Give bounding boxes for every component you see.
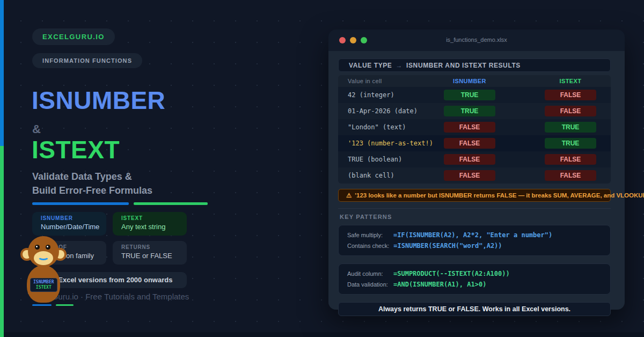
formula-row: Data validation: =AND(ISNUMBER(A1), A1>0… — [347, 279, 602, 290]
formula-code: =AND(ISNUMBER(A1), A1>0) — [393, 281, 486, 288]
cell-value: 01-Apr-2026 (date) — [338, 107, 444, 115]
istext-result-pill: TRUE — [545, 138, 596, 149]
footer-underline-green — [56, 304, 74, 306]
mascot-badge: ISNUMBER ISTEXT — [30, 278, 57, 292]
results-table: Value in cell ISNUMBER ISTEXT 42 (intege… — [338, 75, 611, 184]
formula-label: Contains check: — [347, 243, 389, 249]
left-edge-accent-bar — [0, 0, 4, 337]
category-badge: INFORMATION FUNCTIONS — [32, 53, 142, 68]
warning-icon: ⚠ — [346, 192, 352, 199]
card-value: Number/Date/Time — [41, 223, 98, 231]
warning-banner: ⚠ '123 looks like a number but ISNUMBER … — [338, 189, 611, 202]
page-background: EXCELGURU.IO INFORMATION FUNCTIONS ISNUM… — [0, 0, 644, 337]
column-header-value: Value in cell — [338, 78, 444, 84]
brand-badge: EXCELGURU.IO — [32, 28, 115, 45]
window-body: VALUE TYPE → ISNUMBER AND ISTEXT RESULTS… — [328, 51, 625, 310]
card-value: Any text string — [121, 223, 178, 231]
title-isnumber: ISNUMBER — [32, 86, 165, 115]
bottom-strip — [0, 332, 644, 337]
table-header-row: Value in cell ISNUMBER ISTEXT — [338, 75, 611, 87]
istext-result-pill: FALSE — [545, 106, 596, 116]
table-row: (blank cell) FALSE FALSE — [338, 167, 611, 184]
formula-code: =SUMPRODUCT(--ISTEXT(A2:A100)) — [393, 270, 510, 277]
results-header-right: ISNUMBER AND ISTEXT RESULTS — [406, 62, 521, 69]
subtitle: Validate Data Types & Build Error-Free F… — [32, 170, 152, 197]
card-isnumber: ISNUMBER Number/Date/Time — [32, 212, 106, 236]
results-header-left: VALUE TYPE — [349, 62, 392, 69]
istext-result-pill: TRUE — [545, 122, 596, 133]
card-returns: RETURNS TRUE or FALSE — [113, 241, 187, 265]
mascot-badge-istext: ISTEXT — [33, 285, 54, 290]
istext-result-pill: FALSE — [545, 170, 596, 181]
isnumber-result-pill: FALSE — [444, 138, 495, 149]
formula-label: Safe multiply: — [347, 232, 389, 238]
results-header: VALUE TYPE → ISNUMBER AND ISTEXT RESULTS — [338, 58, 611, 72]
column-header-isnumber: ISNUMBER — [444, 78, 495, 84]
left-column: EXCELGURU.IO INFORMATION FUNCTIONS ISNUM… — [0, 0, 231, 337]
card-label: RETURNS — [121, 244, 178, 250]
card-value: TRUE or FALSE — [121, 252, 178, 260]
table-row: 42 (integer) TRUE FALSE — [338, 87, 611, 103]
monkey-eye-left — [35, 245, 40, 250]
isnumber-result-pill: TRUE — [444, 90, 495, 100]
window-title: is_functions_demo.xlsx — [328, 36, 625, 43]
isnumber-result-pill: FALSE — [444, 122, 495, 133]
formula-label: Audit column: — [347, 270, 389, 277]
title-ampersand: & — [32, 122, 41, 136]
key-patterns-label: KEY PATTERNS — [340, 214, 611, 220]
table-row: TRUE (boolean) FALSE FALSE — [338, 151, 611, 167]
warning-text: '123 looks like a number but ISNUMBER re… — [355, 192, 644, 199]
table-row: "London" (text) FALSE TRUE — [338, 119, 611, 135]
monkey-head — [28, 236, 59, 267]
window-titlebar: is_functions_demo.xlsx — [328, 30, 625, 51]
card-label: ISTEXT — [121, 215, 178, 221]
istext-result-pill: FALSE — [545, 90, 596, 100]
formula-row: Contains check: =ISNUMBER(SEARCH("word",… — [347, 240, 602, 251]
formula-group-istext: Audit column: =SUMPRODUCT(--ISTEXT(A2:A1… — [338, 263, 611, 295]
formula-row: Safe multiply: =IF(ISNUMBER(A2), A2*2, "… — [347, 230, 602, 240]
formula-code: =ISNUMBER(SEARCH("word",A2)) — [393, 242, 502, 250]
underline-bar-blue — [32, 202, 129, 205]
formula-code: =IF(ISNUMBER(A2), A2*2, "Enter a number"… — [393, 231, 552, 239]
column-header-istext: ISTEXT — [545, 78, 596, 84]
cell-value: "London" (text) — [338, 123, 444, 131]
title-istext: ISTEXT — [32, 135, 120, 164]
isnumber-result-pill: FALSE — [444, 170, 495, 181]
window-footer-note: Always returns TRUE or FALSE. Works in a… — [338, 302, 611, 316]
table-row-highlighted: '123 (number-as-text!) FALSE TRUE — [338, 135, 611, 151]
cell-value: 42 (integer) — [338, 91, 444, 99]
mascot-badge-isnumber: ISNUMBER — [33, 280, 54, 285]
arrow-right-icon: → — [396, 62, 402, 69]
underline-bar-green — [134, 202, 208, 205]
cell-value: '123 (number-as-text!) — [338, 140, 444, 147]
subtitle-line-1: Validate Data Types & — [32, 170, 152, 184]
monkey-smile — [38, 253, 49, 260]
cell-value: TRUE (boolean) — [338, 156, 444, 163]
spreadsheet-window: is_functions_demo.xlsx VALUE TYPE → ISNU… — [328, 30, 625, 310]
monkey-eye-right — [46, 245, 50, 250]
formula-group-isnumber: Safe multiply: =IF(ISNUMBER(A2), A2*2, "… — [338, 225, 611, 256]
table-row: 01-Apr-2026 (date) TRUE FALSE — [338, 103, 611, 119]
formula-row: Audit column: =SUMPRODUCT(--ISTEXT(A2:A1… — [347, 268, 602, 279]
cell-value: (blank cell) — [338, 172, 444, 179]
footer-underline-blue — [32, 304, 52, 306]
formula-label: Data validation: — [347, 281, 389, 288]
isnumber-result-pill: TRUE — [444, 106, 495, 116]
subtitle-line-2: Build Error-Free Formulas — [32, 184, 152, 197]
card-label: ISNUMBER — [41, 215, 98, 221]
section-divider — [338, 208, 611, 209]
isnumber-result-pill: FALSE — [444, 154, 495, 165]
istext-result-pill: FALSE — [545, 154, 596, 165]
card-istext: ISTEXT Any text string — [113, 212, 187, 236]
